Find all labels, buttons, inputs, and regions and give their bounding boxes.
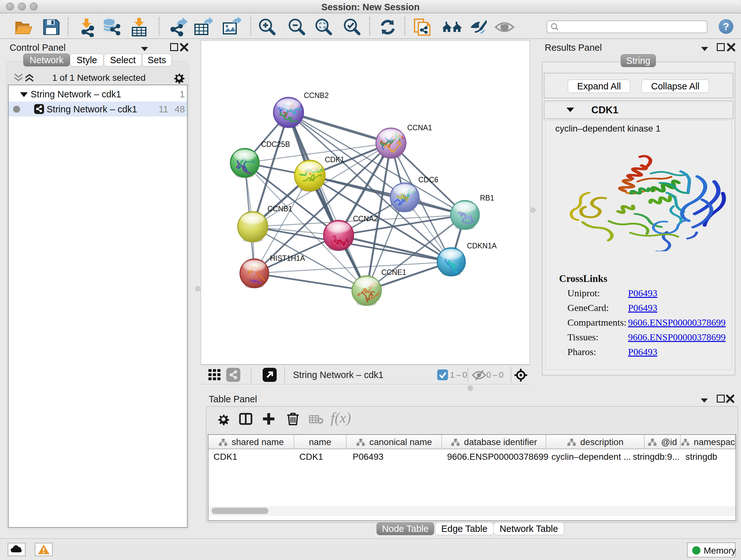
svg-text:CDC6: CDC6 [418, 176, 439, 184]
svg-text:CCNE1: CCNE1 [381, 268, 406, 276]
svg-text:CDKN1A: CDKN1A [467, 242, 497, 250]
svg-text:CCNA2: CCNA2 [353, 214, 378, 223]
svg-text:CDC25B: CDC25B [261, 140, 290, 148]
svg-text:HIST1H1A: HIST1H1A [270, 254, 306, 262]
svg-text:CCNA1: CCNA1 [407, 124, 432, 132]
svg-text:CCNB2: CCNB2 [304, 91, 329, 100]
svg-text:CCNB1: CCNB1 [267, 205, 292, 213]
svg-text:CDK1: CDK1 [325, 155, 344, 164]
svg-text:RB1: RB1 [480, 194, 494, 202]
